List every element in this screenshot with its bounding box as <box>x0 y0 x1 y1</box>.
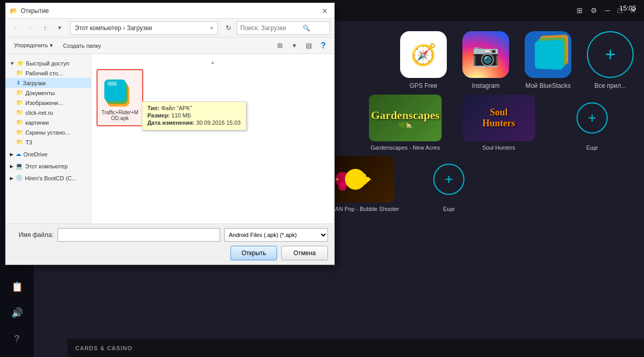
filename-row: Имя файла: Android Files (.apk) (*.apk) <box>12 228 328 242</box>
app-instagram-label: Instagram <box>472 82 499 89</box>
gps-icon: 🧭 <box>400 31 447 78</box>
filename-label: Имя файла: <box>12 231 53 239</box>
soul-hunters-thumb: Soul Hunters <box>462 95 535 141</box>
file-tooltip: Тип: Файл "APK" Размер: 110 МБ Дата изме… <box>142 101 246 130</box>
sidebar-images[interactable]: 📁 Изображени... <box>6 98 91 108</box>
sidebar-desktop[interactable]: 📁 Рабочий сто... <box>6 68 91 78</box>
up-button[interactable]: ↑ <box>39 22 51 34</box>
folder-icon-screens: 📁 <box>16 129 23 136</box>
hirens-arrow: ▶ <box>10 176 13 181</box>
view-details-button[interactable]: ▤ <box>302 39 316 52</box>
more-games-label-1: Еще <box>586 144 598 151</box>
computer-header[interactable]: ▶ 💻 Этот компьютер <box>6 161 91 171</box>
view-list-button[interactable]: ⊞ <box>273 39 286 52</box>
sidebar-documents[interactable]: 📁 Документы <box>6 88 91 98</box>
apk-file-item[interactable]: Traffic+Rider+MOD.apk Тип: Файл "APK" Ра… <box>97 69 143 126</box>
sidebar-t3[interactable]: 📁 Т3 <box>6 137 91 147</box>
computer-icon: 💻 <box>16 163 23 169</box>
refresh-button[interactable]: ↻ <box>222 22 235 34</box>
disk-icon: 💿 <box>16 175 23 181</box>
breadcrumb-bar[interactable]: Этот компьютер › Загрузки ▾ <box>70 21 218 35</box>
file-grid: Traffic+Rider+MOD.apk Тип: Файл "APK" Ра… <box>97 69 329 126</box>
forward-button[interactable]: → <box>24 22 37 34</box>
soul-hunters-label: Soul Hunters <box>482 144 515 151</box>
topbar-minimize-icon[interactable]: ─ <box>605 6 610 15</box>
new-folder-label: Создать папку <box>63 43 101 49</box>
search-bar[interactable]: 🔍 <box>237 21 330 35</box>
breadcrumb-dropdown-icon: ▾ <box>210 24 213 32</box>
button-row: Открыть Отмена <box>12 246 328 260</box>
dialog-left-panel: ▼ ⭐ Быстрый доступ 📁 Рабочий сто... ⬇ За… <box>6 54 91 223</box>
game-more-2[interactable]: + Еще <box>407 156 490 212</box>
quick-access-header[interactable]: ▼ ⭐ Быстрый доступ <box>6 58 91 68</box>
tooltip-type: Тип: Файл "APK" <box>147 105 241 111</box>
app-all-label: Все прил... <box>595 82 626 89</box>
help-icon[interactable]: ? <box>317 39 330 52</box>
sidebar-volume-icon[interactable]: 🔊 <box>7 302 28 323</box>
new-folder-button[interactable]: Создать папку <box>59 39 105 52</box>
back-button[interactable]: ← <box>10 22 22 34</box>
apk-file-icon <box>103 74 136 108</box>
sidebar-clicknet[interactable]: 📁 click-net.ru <box>6 108 91 117</box>
game-soul-hunters[interactable]: Soul Hunters Soul Hunters <box>457 95 540 151</box>
more-games-icon-2: + <box>413 156 485 203</box>
dialog-title: Открытие <box>21 7 320 15</box>
open-file-dialog: 📂 Открытие ✕ ← → ↑ ▼ Этот компьютер › За… <box>5 3 335 265</box>
hirens-header[interactable]: ▶ 💿 Hiren's BootCD (C... <box>6 173 91 183</box>
filetype-select[interactable]: Android Files (.apk) (*.apk) <box>224 228 328 242</box>
onedrive-header[interactable]: ▶ ☁ OneDrive <box>6 149 91 159</box>
folder-icon-docs: 📁 <box>16 89 23 96</box>
scroll-up: ▲ <box>97 59 329 65</box>
clicknet-label: click-net.ru <box>25 110 53 116</box>
computer-arrow: ▶ <box>10 164 13 169</box>
dialog-overlay: 📂 Открытие ✕ ← → ↑ ▼ Этот компьютер › За… <box>0 0 332 265</box>
game-gardenscapes[interactable]: Gardenscapes 🌿 🏡 Gardenscapes - New Acre… <box>364 95 447 151</box>
svg-rect-9 <box>107 82 117 86</box>
app-all-apps[interactable]: + Все прил... <box>587 31 634 89</box>
filename-input[interactable] <box>58 228 220 242</box>
open-button[interactable]: Открыть <box>230 246 277 260</box>
dialog-bottom-panel: Имя файла: Android Files (.apk) (*.apk) … <box>6 223 334 265</box>
sidebar-screens[interactable]: 📁 Скрины устано... <box>6 127 91 137</box>
svg-point-1 <box>338 182 347 191</box>
view-dropdown-button[interactable]: ▾ <box>287 39 301 52</box>
topbar-settings-icon[interactable]: ⚙ <box>591 6 597 15</box>
bluestacks-app-icon <box>525 31 571 78</box>
tooltip-date: Дата изменения: 30.09.2016 15:03 <box>147 120 241 126</box>
computer-label: Этот компьютер <box>25 163 67 169</box>
folder-icon-clicknet: 📁 <box>16 109 23 116</box>
add-apps-icon: + <box>587 31 634 78</box>
instagram-icon: 📷 <box>462 31 509 78</box>
sidebar-help-icon[interactable]: ? <box>7 328 28 349</box>
download-icon: ⬇ <box>16 80 21 86</box>
app-gps-free[interactable]: 🧭 GPS Free <box>400 31 447 89</box>
more-games-icon-1: + <box>556 95 628 141</box>
dialog-actions: Упорядочить ▾ Создать папку ⊞ ▾ ▤ ? <box>6 37 334 54</box>
app-instagram[interactable]: 📷 Instagram <box>462 31 509 89</box>
pictures-label: картинки <box>25 120 49 126</box>
sidebar-pictures[interactable]: 📁 картинки <box>6 117 91 127</box>
game-more-1[interactable]: + Еще <box>551 95 634 151</box>
sidebar-document-icon[interactable]: 📋 <box>7 276 28 297</box>
search-input[interactable] <box>240 24 303 32</box>
documents-label: Документы <box>25 90 55 96</box>
more-games-label-2: Еще <box>443 206 455 212</box>
sidebar-downloads[interactable]: ⬇ Загрузки <box>6 78 91 88</box>
quick-access-section: ▼ ⭐ Быстрый доступ 📁 Рабочий сто... ⬇ За… <box>6 58 91 147</box>
t3-label: Т3 <box>25 139 32 146</box>
svg-point-2 <box>366 175 369 177</box>
quick-access-arrow: ▼ <box>10 61 15 66</box>
view-icons: ⊞ ▾ ▤ ? <box>273 39 330 52</box>
organize-label: Упорядочить ▾ <box>14 42 53 49</box>
hirens-section: ▶ 💿 Hiren's BootCD (C... <box>6 173 91 183</box>
dialog-close-button[interactable]: ✕ <box>320 6 330 16</box>
organize-button[interactable]: Упорядочить ▾ <box>10 39 57 52</box>
dialog-title-icon: 📂 <box>10 7 18 15</box>
bottombar-label: CARDS & CASINO <box>75 345 132 351</box>
app-bluestacks[interactable]: Мой BlueStacks <box>525 31 571 89</box>
images-label: Изображени... <box>25 100 63 106</box>
apk-file-name: Traffic+Rider+MOD.apk <box>100 110 140 121</box>
hirens-label: Hiren's BootCD (C... <box>25 175 76 181</box>
cancel-button[interactable]: Отмена <box>281 246 328 260</box>
svg-point-3 <box>336 178 338 180</box>
